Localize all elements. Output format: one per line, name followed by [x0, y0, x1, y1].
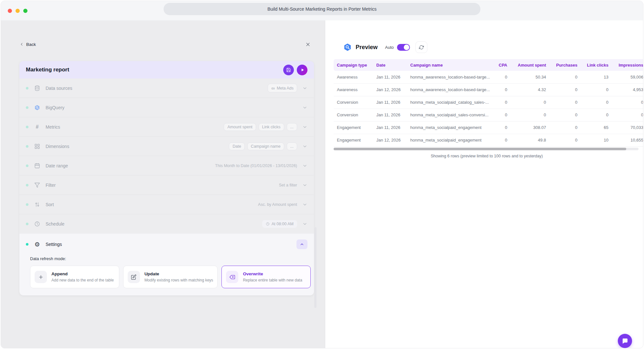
cell-campaign-name: honma_meta_socialpaid_catalog_sales-...	[407, 96, 494, 109]
chat-widget-button[interactable]	[618, 334, 632, 348]
status-dot	[26, 223, 28, 225]
config-row-label: Dimensions	[46, 144, 69, 149]
config-row-label: Data sources	[46, 86, 72, 91]
mode-card-overwrite[interactable]: Overwrite Replace entire table with new …	[221, 266, 311, 288]
cell-campaign-name: honma_awareness_location-based-targe...	[407, 83, 494, 96]
meta-infinity-icon: ∞	[271, 85, 275, 91]
report-actions	[283, 65, 307, 75]
config-row-label: Metrics	[46, 124, 60, 130]
cell-cpa: 0	[494, 109, 510, 121]
close-icon	[306, 42, 310, 47]
column-header: Link clicks	[581, 59, 612, 71]
cell-campaign-type: Awareness	[334, 83, 373, 96]
mode-card-update[interactable]: Update Modify existing rows with matchin…	[123, 266, 218, 288]
titlebar: Build Multi-Source Marketing Reports in …	[1, 1, 643, 20]
chevron-down-icon	[302, 124, 307, 130]
config-row-metrics[interactable]: # Metrics Amount spent Link clicks ...	[19, 117, 314, 137]
cell-cpa: 0	[494, 121, 510, 134]
date-range-value: This Month to Date (01/01/2026 - 13/01/2…	[215, 164, 297, 168]
table-header-row: Campaign type Date Campaign name CPA Amo…	[334, 59, 643, 71]
save-icon	[286, 68, 291, 72]
cell-campaign-type: Conversion	[334, 109, 373, 121]
gear-icon: ⚙	[34, 241, 40, 248]
column-header: Amount spent	[510, 59, 549, 71]
config-row-label: Filter	[46, 183, 56, 188]
hash-icon: #	[34, 124, 40, 130]
cell-impressions: 4,953	[612, 83, 643, 96]
window-minimize-button[interactable]	[16, 9, 20, 13]
mode-title: Update	[145, 271, 213, 276]
config-row-data-sources[interactable]: Data sources ∞ Meta Ads	[19, 79, 314, 98]
close-panel-button[interactable]	[304, 41, 311, 48]
app-window: Build Multi-Source Marketing Reports in …	[1, 1, 643, 348]
preview-table: Campaign type Date Campaign name CPA Amo…	[334, 59, 643, 147]
scrollbar-thumb[interactable]	[334, 148, 626, 150]
config-row-date-range[interactable]: Date range This Month to Date (01/01/202…	[19, 156, 314, 175]
run-report-button[interactable]	[297, 65, 307, 75]
collapse-settings-button[interactable]	[296, 239, 307, 249]
metric-chip: Amount spent	[224, 123, 256, 131]
back-label: Back	[26, 42, 36, 47]
auto-refresh-toggle[interactable]	[397, 44, 410, 51]
refresh-icon	[419, 45, 424, 50]
cell-campaign-type: Engagement	[334, 134, 373, 146]
save-button[interactable]	[283, 65, 294, 75]
sort-icon	[34, 201, 40, 208]
left-panel-scrollbar[interactable]	[314, 227, 317, 308]
cell-date: Jan 12, 2026	[373, 83, 407, 96]
cell-date: Jan 11, 2026	[373, 121, 407, 134]
chevron-down-icon	[302, 202, 307, 207]
chat-bubble-icon	[622, 338, 628, 344]
status-dot	[26, 106, 28, 109]
column-header: Campaign type	[334, 59, 373, 71]
traffic-lights	[8, 9, 27, 13]
config-row-sort[interactable]: Sort Asc. by Amount spent	[19, 195, 314, 214]
clock-icon	[266, 222, 270, 226]
chevron-down-icon	[302, 86, 307, 91]
config-row-label: Date range	[46, 163, 68, 168]
table-horizontal-scrollbar[interactable]	[334, 148, 639, 150]
cell-cpa: 0	[494, 96, 510, 109]
cell-campaign-name: honma_meta_socialpaid_sales-conversi...	[407, 109, 494, 121]
preview-panel: Preview Auto Campaig	[325, 20, 643, 348]
dimension-chip: Date	[229, 143, 244, 150]
status-dot	[26, 243, 28, 246]
data-refresh-mode-label: Data refresh mode:	[30, 256, 314, 261]
window-zoom-button[interactable]	[23, 9, 27, 13]
metric-chip: Link clicks	[259, 123, 284, 131]
cell-campaign-name: honma_awareness_location-based-targe...	[407, 71, 494, 83]
table-row-count-note: Showing 6 rows (preview limited to 100 r…	[334, 154, 640, 158]
config-rows: Data sources ∞ Meta Ads	[19, 79, 314, 234]
window-title: Build Multi-Source Marketing Reports in …	[164, 3, 480, 15]
preview-table-container: Campaign type Date Campaign name CPA Amo…	[334, 59, 643, 147]
mode-description: Modify existing rows with matching keys	[145, 278, 213, 282]
window-close-button[interactable]	[8, 9, 12, 13]
cell-impressions: 10,655	[612, 134, 643, 146]
bigquery-icon	[343, 43, 352, 51]
funnel-icon	[34, 182, 40, 188]
column-header: Date	[373, 59, 407, 71]
config-row-dimensions[interactable]: Dimensions Date Campaign name ...	[19, 137, 314, 156]
calendar-icon	[34, 163, 40, 169]
clock-icon	[34, 221, 40, 227]
column-header: Impressions	[612, 59, 643, 71]
toggle-knob	[404, 45, 409, 50]
config-row-filter[interactable]: Filter Set a filter	[19, 175, 314, 195]
config-row-schedule[interactable]: Schedule At 08:00 AM	[19, 214, 314, 234]
cell-date: Jan 11, 2026	[373, 109, 407, 121]
config-row-settings[interactable]: ⚙ Settings	[19, 234, 314, 255]
table-row: Conversion Jan 11, 2026 honma_meta_socia…	[334, 109, 643, 121]
config-row-bigquery[interactable]: BigQuery	[19, 98, 314, 117]
refresh-button[interactable]	[415, 41, 427, 53]
cell-link-clicks: 10	[581, 134, 612, 146]
chevron-down-icon	[302, 221, 307, 227]
mode-card-append[interactable]: Append Add new data to the end of the ta…	[30, 266, 119, 288]
cell-impressions: 70,033	[612, 121, 643, 134]
chevron-down-icon	[302, 183, 307, 188]
table-row: Awareness Jan 12, 2026 honma_awareness_l…	[334, 83, 643, 96]
settings-section: ⚙ Settings Data refresh mode:	[19, 234, 314, 295]
cell-amount-spent: 308.07	[510, 121, 549, 134]
back-button[interactable]: Back	[19, 42, 36, 47]
chevron-down-icon	[302, 163, 307, 168]
table-row: Conversion Jan 11, 2026 honma_meta_socia…	[334, 96, 643, 109]
